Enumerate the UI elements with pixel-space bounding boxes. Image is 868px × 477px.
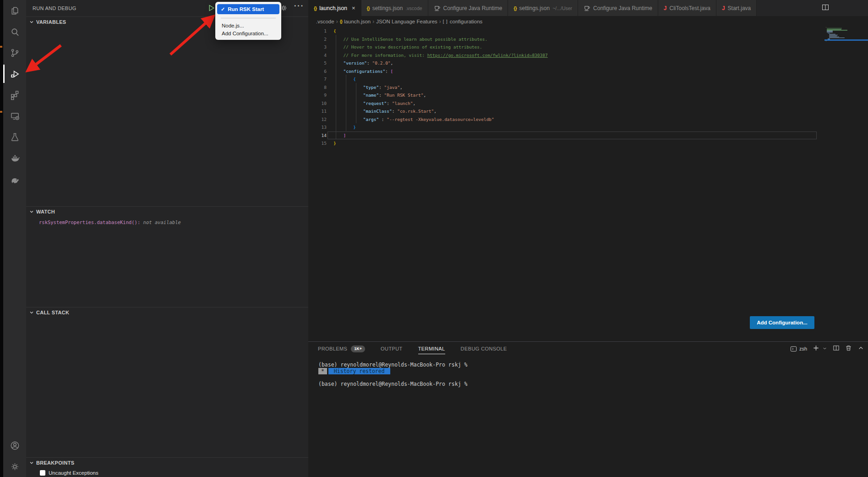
- code-line-1[interactable]: 1{: [308, 27, 868, 35]
- activity-item-remote-explorer[interactable]: [3, 105, 26, 126]
- line-number[interactable]: 4: [308, 51, 327, 60]
- editor-tab-configure-java-runtime[interactable]: Configure Java Runtime: [578, 0, 658, 16]
- code-line-content: "configurations": [: [333, 67, 393, 76]
- code-editor[interactable]: 1{2// Use IntelliSense to learn about po…: [308, 27, 868, 341]
- check-icon: ✓: [221, 6, 225, 12]
- breadcrumb-separator: ›: [439, 18, 441, 25]
- terminal-line: (base) reynoldmorel@Reynolds-MacBook-Pro…: [318, 362, 868, 368]
- dropdown-selected-item[interactable]: ✓ Run RSK Start: [217, 4, 279, 14]
- tab-label: Configure Java Runtime: [593, 5, 652, 11]
- line-number[interactable]: 8: [308, 83, 327, 92]
- shell-name: zsh: [799, 346, 807, 351]
- line-number[interactable]: 3: [308, 43, 327, 51]
- breadcrumb-item[interactable]: .vscode: [316, 19, 334, 24]
- breadcrumb-item[interactable]: [ ]configurations: [443, 19, 483, 24]
- line-number[interactable]: 10: [308, 99, 327, 108]
- editor-tab-configure-java-runtime[interactable]: Configure Java Runtime: [428, 0, 508, 16]
- code-line-2[interactable]: 2// Use IntelliSense to learn about poss…: [308, 35, 868, 44]
- line-number[interactable]: 9: [308, 91, 327, 99]
- split-terminal-icon[interactable]: [833, 345, 840, 353]
- code-line-13[interactable]: 13}: [308, 123, 868, 132]
- line-number[interactable]: 5: [308, 59, 327, 67]
- minimap-current-line-band: [824, 39, 868, 41]
- breakpoints-label: BREAKPOINTS: [36, 460, 74, 466]
- editor-tab-settings.json[interactable]: {}settings.json.vscode: [361, 0, 428, 16]
- code-line-6[interactable]: 6"configurations": [: [308, 67, 868, 76]
- code-line-content: "type": "java",: [333, 83, 403, 92]
- code-line-12[interactable]: 12"args" : "--regtest -Xkeyvalue.datasou…: [308, 115, 868, 124]
- terminal-dropdown-chevron-icon[interactable]: [822, 345, 827, 353]
- code-line-4[interactable]: 4// For more information, visit: https:/…: [308, 51, 868, 60]
- close-icon[interactable]: ×: [352, 5, 355, 11]
- breadcrumb-item[interactable]: JSON Language Features: [376, 19, 437, 24]
- activity-item-explorer[interactable]: [3, 0, 26, 21]
- breakpoints-section-header[interactable]: BREAKPOINTS: [26, 458, 308, 468]
- uncaught-exceptions-checkbox[interactable]: [40, 470, 45, 476]
- settings-icon: [10, 461, 20, 472]
- activity-item-testing[interactable]: [3, 126, 26, 148]
- code-line-content: "name": "Run RSK Start",: [333, 91, 426, 99]
- activity-item-search[interactable]: [3, 21, 26, 42]
- start-debugging-icon[interactable]: [207, 4, 215, 12]
- panel-tab-debug-console[interactable]: DEBUG CONSOLE: [461, 342, 507, 356]
- tabbar-actions: [822, 0, 868, 16]
- history-restored-badge: History restored: [328, 368, 390, 374]
- terminal-output[interactable]: (base) reynoldmorel@Reynolds-MacBook-Pro…: [308, 356, 868, 477]
- dropdown-item-add-configuration[interactable]: Add Configuration...: [215, 29, 281, 37]
- line-number[interactable]: 1: [308, 27, 327, 35]
- editor-tab-clitoolstest.java[interactable]: JCliToolsTest.java: [658, 0, 716, 16]
- line-number[interactable]: 11: [308, 107, 327, 115]
- code-line-3[interactable]: 3// Hover to view descriptions of existi…: [308, 43, 868, 51]
- chevron-down-icon: [28, 309, 35, 316]
- panel-tab-terminal[interactable]: TERMINAL: [418, 342, 445, 356]
- json-file-icon: {}: [367, 5, 370, 11]
- call-stack-section-header[interactable]: CALL STACK: [26, 307, 308, 318]
- maximize-panel-chevron-icon[interactable]: [857, 345, 864, 353]
- code-line-10[interactable]: 10"request": "launch",: [308, 99, 868, 108]
- launch-profile-button[interactable]: zsh: [790, 345, 807, 352]
- code-line-14[interactable]: 14]: [308, 132, 868, 140]
- desktop-edge-strip: [0, 0, 3, 477]
- dropdown-item-nodejs[interactable]: Node.js...: [215, 22, 281, 29]
- panel-tab-problems[interactable]: PROBLEMS1K+: [318, 342, 365, 356]
- editor-tab-launch.json[interactable]: {}launch.json×: [308, 0, 361, 16]
- editor-tab-settings.json[interactable]: {}settings.json~/.../User: [508, 0, 578, 16]
- activity-item-source-control[interactable]: [3, 42, 26, 63]
- uncaught-exceptions-label: Uncaught Exceptions: [49, 470, 98, 476]
- panel-tab-output[interactable]: OUTPUT: [381, 342, 403, 356]
- activity-item-account[interactable]: [3, 435, 26, 456]
- line-number[interactable]: 14: [308, 132, 327, 140]
- code-line-15[interactable]: 15}: [308, 139, 868, 148]
- line-number[interactable]: 15: [308, 139, 327, 148]
- activity-item-run-and-debug[interactable]: [3, 63, 26, 84]
- breadcrumb-label: .vscode: [316, 19, 334, 24]
- activity-item-extensions[interactable]: [3, 84, 26, 105]
- activity-item-settings[interactable]: [3, 456, 26, 477]
- kill-terminal-icon[interactable]: [845, 345, 852, 353]
- code-line-9[interactable]: 9"name": "Run RSK Start",: [308, 91, 868, 99]
- code-area[interactable]: 1{2// Use IntelliSense to learn about po…: [308, 27, 868, 148]
- tab-description: ~/.../User: [552, 5, 572, 11]
- watch-expression-row[interactable]: rskSystemProperties.databaseKind(): not …: [26, 217, 308, 225]
- more-actions-icon[interactable]: ···: [294, 2, 304, 10]
- breadcrumb-item[interactable]: {}launch.json: [340, 19, 371, 24]
- line-number[interactable]: 7: [308, 75, 327, 83]
- chevron-down-icon: [28, 459, 35, 466]
- code-line-5[interactable]: 5"version": "0.2.0",: [308, 59, 868, 67]
- line-number[interactable]: 12: [308, 115, 327, 124]
- call-stack-section: CALL STACK: [26, 307, 308, 457]
- line-number[interactable]: 6: [308, 67, 327, 76]
- minimap[interactable]: [824, 27, 868, 55]
- line-number[interactable]: 2: [308, 35, 327, 44]
- code-line-11[interactable]: 11"mainClass": "co.rsk.Start",: [308, 107, 868, 115]
- watch-section-header[interactable]: WATCH: [26, 207, 308, 217]
- activity-item-gradle[interactable]: [3, 169, 26, 190]
- line-number[interactable]: 13: [308, 123, 327, 132]
- activity-item-docker[interactable]: [3, 148, 26, 169]
- editor-tab-start.java[interactable]: JStart.java: [716, 0, 757, 16]
- add-configuration-button[interactable]: Add Configuration...: [750, 316, 814, 329]
- split-editor-icon[interactable]: [822, 4, 829, 13]
- code-line-8[interactable]: 8"type": "java",: [308, 83, 868, 92]
- new-terminal-icon[interactable]: [813, 345, 819, 353]
- code-line-7[interactable]: 7{: [308, 75, 868, 83]
